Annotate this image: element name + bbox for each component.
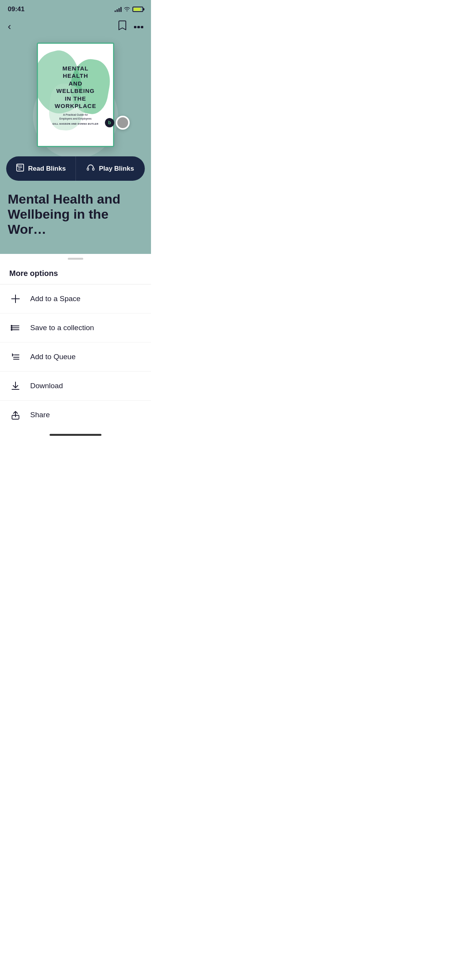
status-bar: 09:41 — [0, 0, 151, 16]
play-blinks-button[interactable]: Play Blinks — [76, 156, 145, 181]
signal-icon — [115, 7, 122, 12]
back-button[interactable]: ‹ — [8, 21, 11, 33]
wifi-icon — [124, 7, 130, 12]
queue-icon — [9, 352, 22, 362]
nav-actions — [118, 20, 143, 33]
svg-text:A: A — [17, 164, 19, 167]
read-blinks-label: Read Blinks — [28, 165, 66, 173]
bottom-sheet-handle-area — [0, 253, 151, 260]
book-section: ‹ MENT — [0, 16, 151, 254]
bottom-sheet: More options Add to a Space — [0, 267, 151, 429]
more-options-icon[interactable] — [134, 23, 143, 30]
add-to-queue-label: Add to Queue — [30, 353, 76, 361]
play-indicator: b — [105, 116, 130, 130]
bookmark-icon[interactable] — [118, 20, 127, 33]
brand-logo: b — [105, 118, 114, 127]
collection-icon — [9, 323, 22, 333]
cover-title: MENTALHEALTHANDWELLBEINGIN THEWORKPLACE — [53, 65, 99, 110]
nav-bar: ‹ — [0, 16, 151, 39]
download-label: Download — [30, 382, 63, 390]
add-to-space-item[interactable]: Add to a Space — [0, 284, 151, 314]
book-main-title: Mental Health andWellbeing in theWor… — [8, 192, 143, 237]
svg-point-15 — [11, 326, 12, 327]
share-label: Share — [30, 411, 50, 419]
play-blinks-label: Play Blinks — [99, 165, 134, 173]
read-icon: A — [16, 163, 24, 174]
plus-icon — [9, 294, 22, 304]
sheet-handle — [68, 258, 83, 260]
cover-author: GILL HASSON AND DONNA BUTLER — [53, 123, 99, 125]
svg-point-1 — [138, 26, 140, 28]
download-item[interactable]: Download — [0, 372, 151, 401]
svg-point-17 — [11, 329, 12, 331]
cover-subtitle: A Practical Guide forEmployers and Emplo… — [53, 113, 99, 121]
action-buttons: A Read Blinks Play Blinks — [6, 156, 145, 181]
svg-point-0 — [134, 26, 136, 28]
download-icon — [9, 381, 22, 391]
book-title-area: Mental Health andWellbeing in theWor… — [0, 181, 151, 242]
read-blinks-button[interactable]: A Read Blinks — [6, 156, 76, 181]
save-to-collection-label: Save to a collection — [30, 324, 94, 332]
svg-point-16 — [11, 327, 12, 329]
book-cover-area: MENTALHEALTHANDWELLBEINGIN THEWORKPLACE … — [0, 39, 151, 147]
status-icons — [115, 7, 143, 12]
home-bar — [50, 434, 101, 436]
menu-list: Add to a Space Save to a collection — [0, 284, 151, 429]
add-to-space-label: Add to a Space — [30, 295, 81, 303]
battery-icon — [132, 7, 143, 12]
sheet-title: More options — [9, 269, 142, 278]
share-item[interactable]: Share — [0, 401, 151, 429]
status-time: 09:41 — [8, 5, 24, 13]
book-cover: MENTALHEALTHANDWELLBEINGIN THEWORKPLACE … — [37, 43, 114, 147]
save-to-collection-item[interactable]: Save to a collection — [0, 314, 151, 343]
svg-point-2 — [141, 26, 143, 28]
sheet-header: More options — [0, 267, 151, 284]
add-to-queue-item[interactable]: Add to Queue — [0, 343, 151, 372]
play-button-dot[interactable] — [116, 116, 130, 130]
headphones-icon — [86, 163, 95, 174]
home-indicator — [0, 429, 151, 444]
share-icon — [9, 410, 22, 420]
